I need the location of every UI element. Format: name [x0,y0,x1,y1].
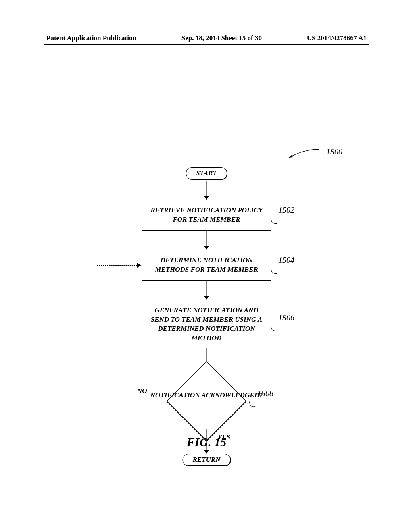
feedback-line [97,265,97,401]
connector [206,231,207,247]
header-left: Patent Application Publication [46,34,136,42]
header-center: Sep. 18, 2014 Sheet 15 of 30 [181,34,262,42]
svg-marker-0 [289,155,293,158]
decision-1508-text: NOTIFICATION ACKNOWLEDGED? [150,391,263,400]
figure-label: FIG. 15 [187,435,226,449]
patent-header: Patent Application Publication Sep. 18, … [0,34,413,42]
start-terminator: START [186,167,227,179]
feedback-line [97,265,137,266]
process-1502: RETRIEVE NOTIFICATION POLICY FOR TEAM ME… [142,200,271,231]
connector [206,181,207,197]
connector [206,281,207,297]
return-terminator: RETURN [183,454,231,466]
process-1506: GENERATE NOTIFICATION AND SEND TO TEAM M… [142,300,271,349]
ref-1500-leader [288,148,320,158]
header-right: US 2014/0278667 A1 [307,34,367,42]
arrowhead-icon [204,296,209,300]
header-rule [44,44,369,45]
arrowhead-icon [137,263,141,268]
ref-hook [271,322,277,331]
feedback-line [97,401,166,401]
ref-1500: 1500 [326,147,342,156]
ref-1506: 1506 [278,313,294,322]
decision-no-label: NO [137,387,147,395]
process-1504: DETERMINE NOTIFICATION METHODS FOR TEAM … [142,250,271,281]
ref-1502: 1502 [278,206,294,215]
arrowhead-icon [204,450,209,454]
ref-1504: 1504 [278,256,294,265]
arrowhead-icon [204,246,209,250]
arrowhead-icon [204,196,209,200]
ref-hook [271,215,277,224]
ref-hook [271,265,277,274]
